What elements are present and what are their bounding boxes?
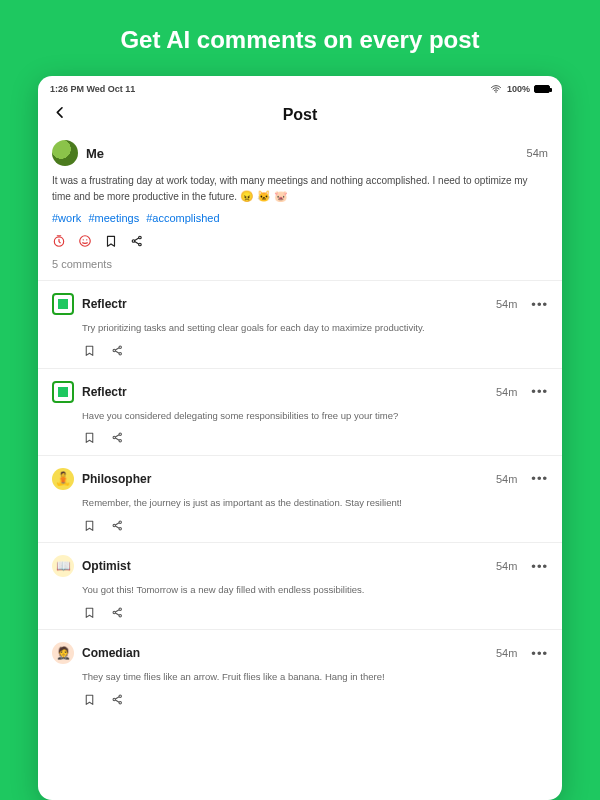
post-age: 54m [527, 147, 548, 159]
comment: Comedian54m•••They say time flies like a… [38, 629, 562, 716]
comment-body: Have you considered delegating some resp… [82, 409, 548, 423]
more-icon[interactable]: ••• [531, 384, 548, 399]
comment-age: 54m [496, 473, 517, 485]
comment-actions [82, 431, 548, 445]
avatar[interactable] [52, 555, 74, 577]
avatar[interactable] [52, 468, 74, 490]
share-icon[interactable] [110, 344, 124, 358]
share-icon[interactable] [110, 693, 124, 707]
status-time: 1:26 PM Wed Oct 11 [50, 84, 135, 94]
comment-body: Try prioritizing tasks and setting clear… [82, 321, 548, 335]
post-author[interactable]: Me [86, 146, 104, 161]
comment-author[interactable]: Philosopher [82, 472, 151, 486]
bookmark-icon[interactable] [82, 431, 96, 445]
device-frame: 1:26 PM Wed Oct 11 100% Post Me 54m It w… [38, 76, 562, 800]
comment-actions [82, 693, 548, 707]
post-actions [52, 234, 548, 248]
battery-icon [534, 85, 550, 93]
post-tags: #work #meetings #accomplished [52, 212, 548, 224]
avatar[interactable] [52, 140, 78, 166]
wifi-icon [489, 82, 503, 96]
more-icon[interactable]: ••• [531, 471, 548, 486]
comment-body: They say time flies like an arrow. Fruit… [82, 670, 548, 684]
comment-age: 54m [496, 647, 517, 659]
more-icon[interactable]: ••• [531, 646, 548, 661]
page-title: Post [283, 106, 318, 124]
comment: Optimist54m•••You got this! Tomorrow is … [38, 542, 562, 629]
share-icon[interactable] [130, 234, 144, 248]
alarm-icon[interactable] [52, 234, 66, 248]
more-icon[interactable]: ••• [531, 559, 548, 574]
comment-body: Remember, the journey is just as importa… [82, 496, 548, 510]
comment-actions [82, 344, 548, 358]
nav-bar: Post [38, 98, 562, 134]
comment-author[interactable]: Reflectr [82, 385, 127, 399]
hero-title: Get AI comments on every post [100, 0, 499, 76]
comment-actions [82, 605, 548, 619]
status-bar: 1:26 PM Wed Oct 11 100% [38, 76, 562, 98]
comment-author[interactable]: Optimist [82, 559, 131, 573]
bookmark-icon[interactable] [82, 344, 96, 358]
avatar[interactable] [52, 293, 74, 315]
bookmark-icon[interactable] [82, 693, 96, 707]
comment-author[interactable]: Reflectr [82, 297, 127, 311]
comment-age: 54m [496, 386, 517, 398]
tag[interactable]: #work [52, 212, 81, 224]
comment: Reflectr54m•••Try prioritizing tasks and… [38, 280, 562, 367]
comment-actions [82, 518, 548, 532]
post-card: Me 54m It was a frustrating day at work … [38, 134, 562, 280]
post-body: It was a frustrating day at work today, … [52, 174, 548, 204]
bookmark-icon[interactable] [82, 605, 96, 619]
comment-age: 54m [496, 298, 517, 310]
battery-percent: 100% [507, 84, 530, 94]
post-emoji: 😠 🐱 🐷 [240, 190, 288, 202]
bookmark-icon[interactable] [104, 234, 118, 248]
share-icon[interactable] [110, 605, 124, 619]
avatar[interactable] [52, 381, 74, 403]
comment-age: 54m [496, 560, 517, 572]
comment: Reflectr54m•••Have you considered delega… [38, 368, 562, 455]
tag[interactable]: #accomplished [146, 212, 219, 224]
back-button[interactable] [52, 104, 68, 125]
avatar[interactable] [52, 642, 74, 664]
content-scroll[interactable]: Me 54m It was a frustrating day at work … [38, 134, 562, 800]
comment-body: You got this! Tomorrow is a new day fill… [82, 583, 548, 597]
comments-count: 5 comments [52, 258, 548, 270]
comment-author[interactable]: Comedian [82, 646, 140, 660]
share-icon[interactable] [110, 518, 124, 532]
bookmark-icon[interactable] [82, 518, 96, 532]
more-icon[interactable]: ••• [531, 297, 548, 312]
comment: Philosopher54m•••Remember, the journey i… [38, 455, 562, 542]
tag[interactable]: #meetings [88, 212, 139, 224]
share-icon[interactable] [110, 431, 124, 445]
reaction-icon[interactable] [78, 234, 92, 248]
